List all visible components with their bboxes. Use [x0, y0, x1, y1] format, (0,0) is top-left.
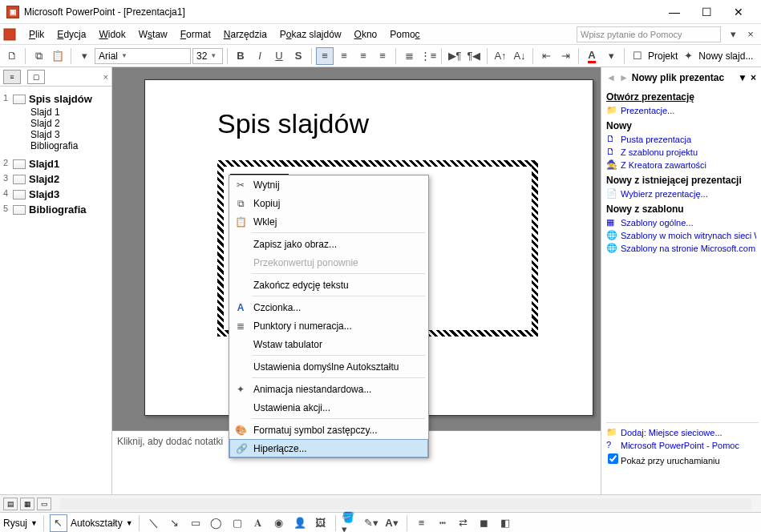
outline-item[interactable]: Slajd 3 — [3, 129, 108, 140]
numbered-list-icon[interactable]: ≣ — [400, 47, 418, 65]
slideshow-view-icon[interactable]: ▭ — [37, 498, 51, 510]
cm-hyperlink[interactable]: 🔗Hiperłącze... — [229, 439, 428, 457]
outline-slide-1-title[interactable]: Spis slajdów — [29, 93, 92, 105]
menu-format[interactable]: Format — [174, 26, 217, 42]
tp-link-addnet[interactable]: 📁Dodaj: Miejsce sieciowe... — [606, 426, 759, 439]
show-startup-checkbox[interactable] — [608, 453, 618, 464]
bullet-list-icon[interactable]: ⋮≡ — [419, 47, 437, 65]
indent-icon[interactable]: ⇥ — [557, 47, 574, 65]
oval-icon[interactable]: ◯ — [208, 514, 225, 532]
3d-style-icon[interactable]: ◧ — [496, 514, 514, 532]
new-slide-icon[interactable]: ✦ — [679, 47, 697, 65]
ltr-icon[interactable]: ▶¶ — [446, 47, 463, 65]
help-dropdown[interactable]: ▾ — [724, 26, 742, 43]
draw-menu[interactable]: Rysuj — [3, 518, 27, 529]
slides-tab[interactable]: ▢ — [27, 70, 45, 84]
menu-plik[interactable]: Plik — [22, 26, 51, 42]
diagram-icon[interactable]: ◉ — [270, 514, 288, 532]
shadow-style-icon[interactable]: ◼ — [476, 514, 493, 532]
font-size-select[interactable]: 32▼ — [192, 48, 223, 64]
dash-style-icon[interactable]: ┅ — [434, 514, 451, 532]
outline-tab[interactable]: ≡ — [3, 70, 21, 84]
cm-end-edit[interactable]: Zakończ edycję tekstu — [229, 276, 428, 294]
increase-font-icon[interactable]: A↑ — [492, 47, 509, 65]
text-color-icon[interactable]: A▾ — [383, 514, 401, 532]
cm-paste[interactable]: 📋Wklej — [229, 212, 428, 231]
menu-pomoc[interactable]: Pomoc — [383, 26, 426, 42]
menu-narzedzia[interactable]: Narzędzia — [217, 26, 273, 42]
menu-okno[interactable]: Okno — [348, 26, 384, 42]
nav-back-icon[interactable]: ◄ — [606, 72, 616, 83]
arrow-style-icon[interactable]: ⇄ — [455, 514, 472, 532]
italic-icon[interactable]: I — [251, 47, 269, 65]
cm-action[interactable]: Ustawienia akcji... — [229, 398, 428, 417]
minimize-button[interactable]: — — [658, 1, 690, 23]
outline-item[interactable]: Bibliografia — [3, 140, 108, 151]
pane-close-icon[interactable]: × — [103, 72, 108, 82]
tp-link-presentations[interactable]: 📁Prezentacje... — [606, 104, 756, 117]
textbox-icon[interactable]: ▢ — [229, 514, 246, 532]
align-right-icon[interactable]: ≡ — [354, 47, 372, 65]
tp-link-pphelp[interactable]: ?Microsoft PowerPoint - Pomoc — [606, 439, 759, 452]
design-button[interactable]: Projekt — [648, 50, 678, 62]
underline-icon[interactable]: U — [270, 47, 288, 65]
help-search-input[interactable]: Wpisz pytanie do Pomocy — [577, 26, 721, 42]
tp-link-template[interactable]: 🗋Z szablonu projektu — [606, 146, 756, 159]
tp-link-wizard[interactable]: 🧙Z Kreatora zawartości — [606, 159, 756, 171]
cm-tab[interactable]: Wstaw tabulator — [229, 335, 428, 353]
cm-font[interactable]: ACzcionka... — [229, 298, 428, 316]
font-color-drop[interactable]: ▾ — [602, 47, 620, 65]
bold-icon[interactable]: B — [232, 47, 249, 65]
cm-autoshape[interactable]: Ustawienia domyślne Autokształtu — [229, 357, 428, 376]
align-center-icon[interactable]: ≡ — [335, 47, 353, 65]
autoshapes-menu[interactable]: Autokształty — [71, 518, 123, 529]
align-left-icon[interactable]: ≡ — [316, 47, 334, 65]
rtl-icon[interactable]: ¶◀ — [465, 47, 483, 65]
wordart-icon[interactable]: 𝐀 — [249, 514, 267, 532]
paste-icon[interactable]: 📋 — [49, 47, 67, 65]
toolbar-overflow[interactable]: ▾ — [75, 47, 93, 65]
doc-close-button[interactable]: × — [742, 26, 759, 43]
slide-title[interactable]: Spis slajdów — [217, 108, 369, 139]
outline-slide-5[interactable]: Bibliografia — [29, 204, 87, 216]
rect-icon[interactable]: ▭ — [187, 514, 204, 532]
nav-fwd-icon[interactable]: ► — [619, 72, 629, 83]
tp-link-blank[interactable]: 🗋Pusta prezentacja — [606, 133, 756, 146]
line-style-icon[interactable]: ≡ — [413, 514, 431, 532]
cm-copy[interactable]: ⧉Kopiuj — [229, 194, 428, 212]
tp-link-tpl-web[interactable]: 🌐Szablony w moich witrynach sieci Web — [606, 229, 756, 242]
cm-cut[interactable]: ✂Wytnij — [229, 175, 428, 194]
taskpane-close-icon[interactable]: × — [751, 72, 756, 83]
new-slide-button[interactable]: Nowy slajd... — [698, 50, 753, 62]
new-icon[interactable]: 🗋 — [3, 47, 21, 65]
arrow-icon[interactable]: ↘ — [166, 514, 184, 532]
tp-link-tpl-general[interactable]: ▦Szablony ogólne... — [606, 216, 756, 229]
menu-widok[interactable]: Widok — [92, 26, 132, 42]
decrease-font-icon[interactable]: A↓ — [511, 47, 528, 65]
tp-link-tpl-ms[interactable]: 🌐Szablony na stronie Microsoft.com — [606, 242, 756, 255]
copy-icon[interactable]: ⧉ — [30, 47, 47, 65]
cm-format-placeholder[interactable]: 🎨Formatuj symbol zastępczy... — [229, 421, 428, 439]
outdent-icon[interactable]: ⇤ — [537, 47, 555, 65]
font-name-select[interactable]: Arial▼ — [95, 48, 191, 64]
pointer-icon[interactable]: ↖ — [50, 514, 67, 532]
menu-wstaw[interactable]: Wstaw — [132, 26, 174, 42]
normal-view-icon[interactable]: ▤ — [3, 498, 18, 510]
shadow-icon[interactable]: S — [289, 47, 307, 65]
hscroll[interactable] — [60, 498, 751, 510]
maximize-button[interactable]: ☐ — [690, 1, 723, 23]
outline-slide-4[interactable]: Slajd3 — [29, 188, 59, 200]
design-icon[interactable]: ☐ — [629, 47, 646, 65]
outline-item[interactable]: Slajd 1 — [3, 107, 108, 118]
outline-slide-2[interactable]: Slajd1 — [29, 158, 59, 170]
menu-edycja[interactable]: Edycja — [51, 26, 92, 42]
clipart-icon[interactable]: 👤 — [291, 514, 309, 532]
line-color-icon[interactable]: ✎▾ — [362, 514, 380, 532]
line-icon[interactable]: ＼ — [145, 514, 163, 532]
outline-item[interactable]: Slajd 2 — [3, 118, 108, 129]
tp-link-choose[interactable]: 📄Wybierz prezentację... — [606, 187, 756, 200]
cm-animation[interactable]: ✦Animacja niestandardowa... — [229, 380, 428, 398]
app-menu-icon[interactable] — [2, 26, 18, 42]
align-justify-icon[interactable]: ≡ — [374, 47, 391, 65]
cm-save-image[interactable]: Zapisz jako obraz... — [229, 235, 428, 253]
